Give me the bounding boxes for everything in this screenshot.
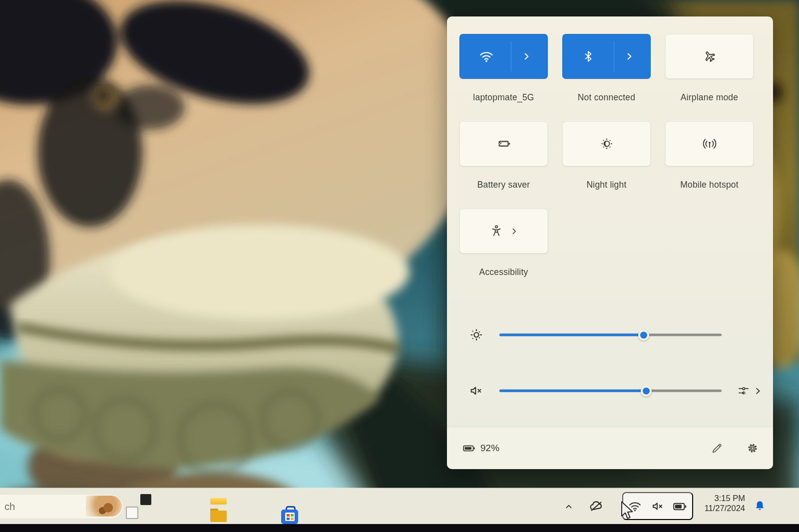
cloud-offline-icon: [589, 499, 604, 514]
quick-settings-footer: 92%: [447, 427, 773, 469]
wifi-icon: [479, 49, 494, 64]
brightness-row: [459, 321, 761, 349]
tile-cell-airplane: Airplane mode: [665, 34, 754, 103]
tray-overflow-button[interactable]: [562, 500, 575, 513]
night-light-tile-label: Night light: [586, 180, 626, 190]
monitor-bezel: [0, 524, 799, 532]
battery-saver-icon: [496, 136, 512, 152]
wifi-tile[interactable]: [459, 34, 548, 79]
tile-cell-night-light: Night light: [562, 121, 651, 190]
tile-cell-battery-saver: Battery saver: [459, 121, 548, 190]
bluetooth-icon: [582, 50, 595, 63]
brightness-slider[interactable]: [499, 334, 722, 336]
edit-quick-settings-button[interactable]: [711, 442, 723, 455]
airplane-mode-tile-label: Airplane mode: [681, 92, 738, 103]
wifi-tile-label: laptopmate_5G: [473, 92, 534, 103]
volume-slider[interactable]: [499, 390, 722, 392]
volume-slider-thumb[interactable]: [641, 385, 652, 396]
tray-time: 3:15 PM: [686, 493, 745, 503]
tray-onedrive-button[interactable]: [588, 498, 604, 514]
search-daily-image[interactable]: [86, 496, 122, 517]
taskbar-app-file-explorer[interactable]: [200, 497, 219, 516]
accessibility-tile[interactable]: [459, 209, 548, 254]
taskbar-search-box[interactable]: ch: [0, 494, 123, 519]
tile-cell-wifi: laptopmate_5G: [459, 34, 548, 103]
taskbar-app-task-view[interactable]: [130, 497, 149, 516]
accessibility-tile-label: Accessibility: [479, 267, 528, 277]
battery-status[interactable]: 92%: [462, 441, 499, 455]
accessibility-icon: [489, 224, 503, 238]
chevron-up-icon: [563, 501, 574, 512]
wifi-icon: [628, 499, 642, 513]
bluetooth-tile-label: Not connected: [578, 92, 635, 103]
battery-saver-tile[interactable]: [459, 121, 548, 166]
night-light-tile[interactable]: [562, 121, 651, 166]
brightness-slider-thumb[interactable]: [638, 329, 649, 340]
tile-cell-bluetooth: Not connected: [562, 34, 651, 103]
bluetooth-tile[interactable]: [562, 34, 651, 79]
quick-settings-panel: laptopmate_5G Not connecte: [447, 16, 773, 469]
taskbar-app-microsoft-store[interactable]: [271, 497, 290, 516]
mobile-hotspot-icon: [702, 136, 717, 151]
chevron-right-icon[interactable]: [624, 51, 634, 61]
desktop-screen: laptopmate_5G Not connecte: [0, 0, 799, 532]
tile-cell-accessibility: Accessibility: [459, 209, 548, 277]
mobile-hotspot-tile-label: Mobile hotspot: [680, 180, 739, 190]
tray-date: 11/27/2024: [686, 503, 745, 513]
taskbar-app-edge[interactable]: [236, 497, 255, 516]
pencil-icon: [711, 442, 723, 455]
chevron-right-icon[interactable]: [753, 386, 763, 396]
battery-percent-label: 92%: [480, 443, 499, 454]
airplane-mode-tile[interactable]: [665, 34, 754, 79]
battery-icon: [462, 441, 476, 455]
volume-muted-icon: [468, 383, 483, 398]
notification-bell-button[interactable]: [752, 498, 767, 514]
battery-icon: [672, 500, 688, 514]
brightness-sun-icon: [468, 327, 484, 343]
tray-clock[interactable]: 3:15 PM 11/27/2024: [686, 493, 745, 513]
mobile-hotspot-tile[interactable]: [665, 121, 754, 166]
airplane-icon: [702, 49, 717, 64]
taskbar-app-copilot[interactable]: [165, 497, 184, 516]
settings-button[interactable]: [746, 442, 759, 455]
chevron-right-icon[interactable]: [521, 51, 531, 61]
night-light-icon: [599, 136, 614, 151]
search-box-text: ch: [4, 501, 15, 513]
battery-saver-tile-label: Battery saver: [477, 180, 530, 190]
volume-muted-icon: [650, 499, 664, 513]
quick-settings-tile-grid: laptopmate_5G Not connecte: [459, 34, 754, 277]
tile-cell-mobile-hotspot: Mobile hotspot: [665, 121, 754, 190]
chevron-right-icon[interactable]: [510, 227, 518, 236]
taskbar: ch: [0, 488, 799, 524]
volume-row: [459, 377, 761, 405]
audio-output-icon[interactable]: [737, 384, 750, 397]
notification-bell-icon: [753, 499, 767, 513]
gear-icon: [746, 442, 759, 455]
